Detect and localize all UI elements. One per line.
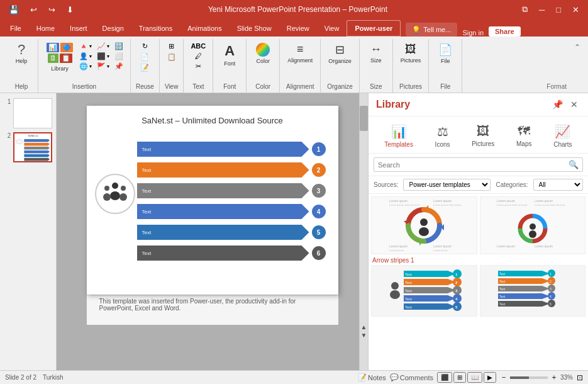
svg-text:Text: Text <box>405 289 412 293</box>
text-btn2[interactable]: 🖊 <box>193 52 204 60</box>
file-button[interactable]: 📄 File <box>434 42 457 65</box>
reuse-button2[interactable]: 📄 <box>138 52 151 62</box>
save-button[interactable]: 💾 <box>5 4 23 16</box>
reuse-button3[interactable]: 📝 <box>138 63 151 72</box>
format-label: Format <box>546 39 572 93</box>
shapes-button[interactable]: 🔺▾ <box>77 42 94 51</box>
lib-nav-pictures[interactable]: 🖼 Pictures <box>467 121 499 150</box>
tab-home[interactable]: Home <box>29 20 62 37</box>
zoom-slider[interactable] <box>510 376 548 379</box>
search-icon[interactable]: 🔍 <box>565 158 582 171</box>
library-button[interactable]: 📊 🔷 🗓 📋 Library <box>43 42 76 73</box>
reading-view-button[interactable]: 📖 <box>467 372 482 383</box>
diagrams-button[interactable]: ⬛▾ <box>95 52 111 61</box>
minimize-button[interactable]: ─ <box>535 4 548 16</box>
slideshow-view-button[interactable]: ▶ <box>484 372 496 383</box>
restore-button[interactable]: ⧉ <box>518 3 531 16</box>
view-btn2[interactable]: 📋 <box>165 52 178 62</box>
undo-button[interactable]: ↩ <box>26 4 41 16</box>
tab-file[interactable]: File <box>3 20 29 37</box>
slide-canvas[interactable]: SaNet.st – Unlimited Download Source <box>87 106 338 295</box>
ribbon-group-organize: ⊟ Organize Organize <box>321 39 360 93</box>
title-bar-right: ⧉ ─ □ ✕ <box>518 3 583 16</box>
tab-design[interactable]: Design <box>95 20 131 37</box>
redo-button[interactable]: ↪ <box>45 4 59 16</box>
reuse-button1[interactable]: ↻ <box>140 42 150 51</box>
template-arrow-stripe-2[interactable]: Text 1 Text 2 Text 3 <box>480 265 586 317</box>
search-input[interactable] <box>374 159 565 171</box>
extra3-button[interactable]: 📌 <box>113 62 125 71</box>
ribbon-collapse-button[interactable]: ⌃ <box>572 42 583 53</box>
abc-button[interactable]: ABC <box>189 42 208 50</box>
normal-view-button[interactable]: ⬛ <box>437 372 452 383</box>
lib-nav-templates[interactable]: 📊 Templates <box>379 121 418 150</box>
text-btn3[interactable]: ✂ <box>194 62 203 71</box>
sign-in-button[interactable]: Sign in <box>462 29 484 37</box>
slide-sorter-button[interactable]: ⊞ <box>453 372 466 383</box>
icons-button[interactable]: 👤▾ <box>77 52 94 61</box>
customize-button[interactable]: ⬇ <box>63 4 77 16</box>
notes-button[interactable]: 📝 Notes <box>358 373 386 381</box>
share-button[interactable]: Share <box>489 26 521 37</box>
slide-thumb-2[interactable]: 2 SaNet.st <box>4 132 52 162</box>
tab-review[interactable]: Review <box>279 20 317 37</box>
lib-nav-maps[interactable]: 🗺 Maps <box>511 121 536 150</box>
ribbon-group-pictures: 🖼 Pictures Pictures <box>393 39 430 93</box>
lib-nav-icons[interactable]: ⚖ Icons <box>430 121 455 150</box>
sources-select[interactable]: Power-user templates <box>403 179 491 191</box>
svg-point-68 <box>548 285 555 292</box>
zoom-out-button[interactable]: － <box>500 372 508 383</box>
font-button[interactable]: A Font <box>218 42 241 68</box>
tab-animations[interactable]: Animations <box>180 20 229 37</box>
view-btn1[interactable]: ⊞ <box>167 42 176 51</box>
close-button[interactable]: ✕ <box>569 4 583 16</box>
slide-thumbnail-2[interactable]: SaNet.st <box>13 132 52 162</box>
template-circular[interactable]: Lorem ipsum Lorem ipsum dolor sit amet L… <box>371 196 477 254</box>
svg-point-26 <box>530 223 536 230</box>
lib-nav-charts[interactable]: 📈 Charts <box>548 121 577 150</box>
organize-button[interactable]: ⊟ Organize <box>326 42 354 65</box>
comments-button[interactable]: 💬 Comments <box>390 373 433 381</box>
library-close-button[interactable]: ✕ <box>568 98 580 111</box>
library-pin-button[interactable]: 📌 <box>550 98 565 111</box>
color-button[interactable]: Color <box>252 42 274 65</box>
template-arrow-stripe-1[interactable]: Text 1 Text 2 Text 3 <box>371 265 477 317</box>
flags-button[interactable]: 🚩▾ <box>95 62 111 71</box>
canvas-area: ▲ ▼ SaNet.st – Unlimited Download Source <box>57 93 368 370</box>
extra1-button[interactable]: 🔡 <box>113 42 125 51</box>
slide-thumbnail-1[interactable] <box>13 98 52 128</box>
arrow-row-5: Text 5 <box>137 223 326 241</box>
maximize-button[interactable]: □ <box>552 4 565 16</box>
maps-button[interactable]: 🌐▾ <box>77 62 94 71</box>
size-button[interactable]: ↔ Size <box>365 42 387 65</box>
svg-point-73 <box>548 292 555 300</box>
tab-slideshow[interactable]: Slide Show <box>230 20 279 37</box>
help-button[interactable]: ? Help <box>10 42 33 65</box>
tab-view[interactable]: View <box>317 20 347 37</box>
zoom-in-button[interactable]: ＋ <box>550 372 558 383</box>
svg-point-29 <box>390 290 400 299</box>
svg-point-58 <box>548 269 555 277</box>
tab-insert[interactable]: Insert <box>62 20 95 37</box>
svg-text:Text: Text <box>499 295 506 298</box>
extra2-button[interactable]: ⬜ <box>113 52 125 61</box>
svg-point-78 <box>548 300 555 307</box>
pictures-nav-icon: 🖼 <box>477 124 489 138</box>
scroll-down-btn[interactable]: ▼ <box>361 332 367 339</box>
slide-thumb-1[interactable]: 1 <box>4 98 52 128</box>
svg-text:Text: Text <box>499 302 506 306</box>
template-arrows-2[interactable]: Lorem ipsum Lorem ipsum dolor sit amet L… <box>480 196 586 254</box>
tab-power-user[interactable]: Power-user <box>347 20 401 37</box>
comments-icon: 💬 <box>390 373 399 381</box>
tell-me-input[interactable]: 💡 Tell me... <box>406 23 457 37</box>
tab-transitions[interactable]: Transitions <box>131 20 180 37</box>
categories-select[interactable]: All <box>533 179 583 191</box>
charts-button[interactable]: 📈▾ <box>95 42 111 51</box>
pictures-button[interactable]: 🖼 Pictures <box>398 42 424 65</box>
scroll-up-btn[interactable]: ▲ <box>361 324 367 330</box>
alignment-button[interactable]: ≡ Alignment <box>285 42 315 65</box>
vertical-scrollbar[interactable]: ▲ ▼ <box>359 93 368 370</box>
fit-to-window-button[interactable]: ⊡ <box>577 373 583 382</box>
ribbon-tab-bar: File Home Insert Design Transitions Anim… <box>0 19 588 37</box>
svg-point-14 <box>420 218 428 226</box>
